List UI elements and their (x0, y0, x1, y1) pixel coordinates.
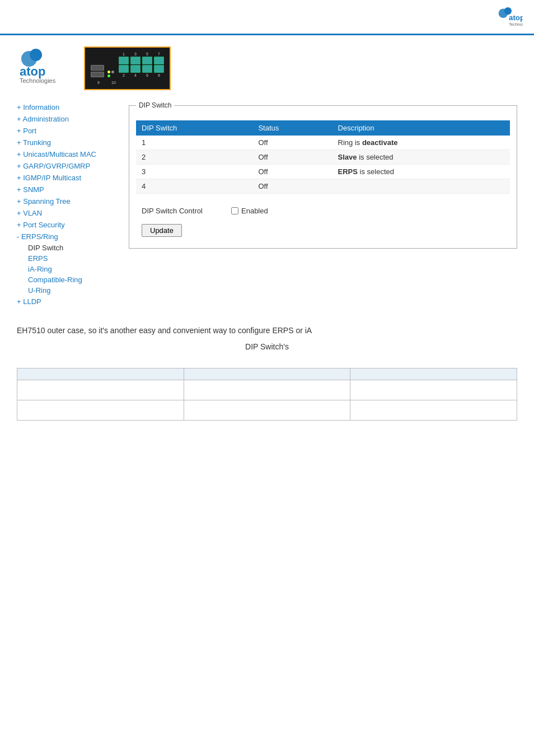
dip-switch-fieldset: DIP Switch DIP Switch Status Description… (129, 101, 517, 249)
enabled-label: Enabled (241, 207, 268, 215)
sidebar-item-snmp[interactable]: SNMP (17, 184, 123, 195)
table-row: 3 Off ERPS is selected (136, 165, 510, 179)
control-label: DIP Switch Control (142, 207, 220, 215)
brand-logo: atop Technologies (17, 46, 67, 86)
atop-logo-icon: atop Technologies (495, 6, 523, 28)
sidebar-item-label: Administration (23, 115, 69, 123)
sidebar-item-information[interactable]: Information (17, 101, 123, 113)
row-num: 3 (136, 165, 252, 179)
row-description: ERPS is selected (332, 165, 510, 179)
header: atop Technologies (0, 0, 534, 35)
row-description (332, 179, 510, 194)
bottom-col-header (17, 368, 184, 380)
sidebar-item-garp-gvrp-gmrp[interactable]: GARP/GVRP/GMRP (17, 160, 123, 172)
sidebar-item-administration[interactable]: Administration (17, 113, 123, 125)
sidebar-sub-label: Compatible-Ring (28, 276, 82, 284)
sidebar-item-label: Port (23, 127, 36, 135)
sidebar-item-trunking[interactable]: Trunking (17, 137, 123, 148)
col-header-dip: DIP Switch (136, 120, 252, 136)
bottom-cell (350, 380, 517, 400)
body-section: Information Administration Port Trunking… (17, 101, 517, 307)
header-logo: atop Technologies (495, 6, 523, 28)
sidebar-sub-erps[interactable]: ERPS (17, 253, 123, 264)
svg-text:atop: atop (509, 13, 523, 22)
sidebar-sub-label: DIP Switch (28, 244, 63, 252)
enabled-checkbox-wrapper: Enabled (231, 207, 268, 215)
sidebar-item-port[interactable]: Port (17, 125, 123, 137)
panel-section-title: DIP Switch (136, 101, 174, 109)
bottom-cell (350, 400, 517, 421)
brand-svg: atop Technologies (17, 46, 67, 86)
row-status: Off (252, 179, 332, 194)
sidebar-item-vlan[interactable]: VLAN (17, 207, 123, 219)
sidebar-item-unicast-multicast-mac[interactable]: Unicast/Multicast MAC (17, 148, 123, 160)
description-text: EH7510 outer case, so it's another easy … (17, 324, 517, 337)
sidebar-item-igmp-ip-multicast[interactable]: IGMP/IP Multicast (17, 172, 123, 184)
svg-point-5 (30, 49, 42, 61)
bottom-col-header (184, 368, 350, 380)
sidebar-sub-compatible-ring[interactable]: Compatible-Ring (17, 274, 123, 285)
svg-text:Technologies: Technologies (509, 22, 523, 27)
svg-text:Technologies: Technologies (20, 77, 56, 84)
sidebar-sub-u-ring[interactable]: U-Ring (17, 285, 123, 296)
row-description: Ring is deactivate (332, 136, 510, 150)
sidebar-item-spanning-tree[interactable]: Spanning Tree (17, 195, 123, 207)
table-row: 2 Off Slave is selected (136, 150, 510, 165)
sidebar-item-erps-ring[interactable]: ERPS/Ring (17, 231, 123, 242)
top-section: atop Technologies (17, 46, 517, 90)
sidebar-item-port-security[interactable]: Port Security (17, 219, 123, 231)
sidebar-item-label: IGMP/IP Multicast (23, 174, 81, 182)
enabled-checkbox[interactable] (231, 207, 238, 214)
sidebar-item-label: Unicast/Multicast MAC (23, 150, 96, 158)
sidebar-sub-label: ERPS (28, 254, 48, 263)
row-num: 2 (136, 150, 252, 165)
sidebar: Information Administration Port Trunking… (17, 101, 129, 307)
sidebar-sub-ia-ring[interactable]: iA-Ring (17, 264, 123, 274)
sidebar-item-label: Port Security (23, 221, 64, 229)
device-image-container: 1 3 5 7 (84, 46, 171, 90)
sidebar-item-label: GARP/GVRP/GMRP (23, 162, 90, 170)
bottom-table (17, 368, 517, 421)
sidebar-item-label: SNMP (23, 185, 44, 194)
sidebar-item-lldp[interactable]: LLDP (17, 296, 123, 307)
row-num: 4 (136, 179, 252, 194)
bottom-col-header (350, 368, 517, 380)
table-row: 1 Off Ring is deactivate (136, 136, 510, 150)
sidebar-sub-dip-switch[interactable]: DIP Switch (17, 242, 123, 253)
main-content: atop Technologies (0, 35, 534, 432)
row-status: Off (252, 150, 332, 165)
sidebar-item-label: ERPS/Ring (21, 232, 58, 241)
row-description: Slave is selected (332, 150, 510, 165)
dip-switch-control-row: DIP Switch Control Enabled (136, 202, 510, 220)
panel-area: DIP Switch DIP Switch Status Description… (129, 101, 517, 307)
dip-switch-subtitle: DIP Switch's (17, 342, 517, 351)
row-status: Off (252, 136, 332, 150)
dip-switch-table: DIP Switch Status Description 1 Off Ring… (136, 120, 510, 194)
table-row: 4 Off (136, 179, 510, 194)
row-num: 1 (136, 136, 252, 150)
bottom-cell (17, 380, 184, 400)
sidebar-sub-label: iA-Ring (28, 265, 52, 273)
sidebar-item-label: Spanning Tree (23, 197, 71, 206)
bottom-table-row (17, 400, 517, 421)
row-status: Off (252, 165, 332, 179)
sidebar-item-label: Information (23, 103, 59, 111)
bottom-cell (184, 400, 350, 421)
col-header-status: Status (252, 120, 332, 136)
bottom-cell (184, 380, 350, 400)
sidebar-item-label: LLDP (23, 297, 41, 306)
bottom-cell (17, 400, 184, 421)
col-header-description: Description (332, 120, 510, 136)
sidebar-item-label: Trunking (23, 138, 51, 147)
update-button[interactable]: Update (142, 224, 182, 237)
bottom-table-row (17, 380, 517, 400)
sidebar-item-label: VLAN (23, 209, 42, 217)
sidebar-sub-label: U-Ring (28, 286, 50, 295)
update-btn-row: Update (136, 220, 510, 241)
svg-text:atop: atop (20, 64, 45, 78)
